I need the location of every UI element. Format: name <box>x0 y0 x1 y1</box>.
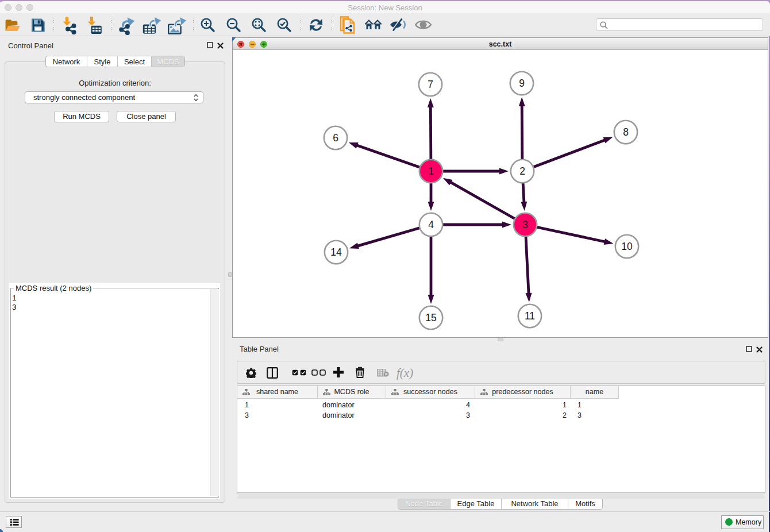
svg-text:11: 11 <box>525 310 535 322</box>
svg-text:1: 1 <box>428 165 434 177</box>
svg-text:8: 8 <box>623 126 629 138</box>
svg-text:6: 6 <box>333 132 338 144</box>
svg-text:4: 4 <box>428 219 434 230</box>
svg-text:2: 2 <box>519 165 525 177</box>
svg-text:15: 15 <box>425 312 436 323</box>
svg-text:14: 14 <box>330 246 342 258</box>
svg-text:7: 7 <box>428 79 433 90</box>
svg-text:10: 10 <box>621 241 633 252</box>
svg-text:3: 3 <box>522 219 528 230</box>
svg-text:9: 9 <box>519 78 525 89</box>
